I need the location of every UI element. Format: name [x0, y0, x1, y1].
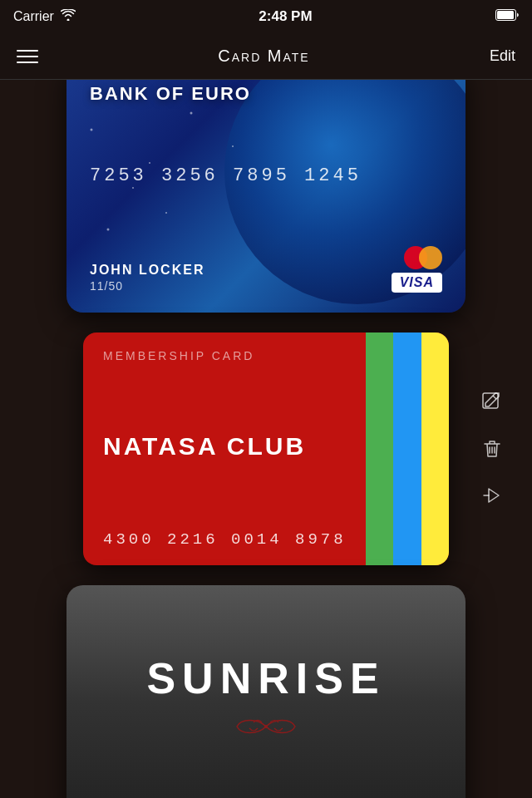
card-expiry: 11/50 — [90, 279, 204, 293]
bank-card[interactable]: BANK OF EURO 7253 3256 7895 1245 JOHN LO… — [66, 80, 466, 313]
membership-card-number: 4300 2216 0014 8978 — [103, 530, 429, 549]
bank-card-row: BANK OF EURO 7253 3256 7895 1245 JOHN LO… — [0, 80, 532, 313]
carrier-label: Carrier — [13, 9, 54, 24]
edit-card-button[interactable] — [477, 387, 507, 417]
sunrise-card[interactable]: SUNRISE — [66, 585, 466, 798]
membership-card-row: MEMBERSHIP CARD NATASA CLUB 4300 2216 00… — [0, 332, 532, 565]
nav-bar: Card Mate Edit — [0, 33, 532, 80]
mastercard-logo — [404, 246, 442, 269]
svg-point-7 — [132, 187, 134, 189]
membership-card-type: MEMBERSHIP CARD — [103, 349, 429, 362]
svg-point-6 — [232, 145, 234, 147]
delete-card-button[interactable] — [477, 434, 507, 464]
svg-point-5 — [190, 112, 193, 115]
svg-point-2 — [91, 129, 93, 131]
bank-name: BANK OF EURO — [90, 83, 442, 105]
svg-rect-1 — [497, 11, 514, 19]
svg-point-4 — [149, 162, 150, 164]
status-right — [495, 9, 519, 24]
menu-line-1 — [17, 50, 38, 52]
menu-line-3 — [17, 62, 38, 63]
mc-circle-right — [419, 246, 442, 269]
menu-button[interactable] — [17, 50, 38, 63]
edit-button[interactable]: Edit — [490, 47, 515, 65]
trash-icon — [480, 437, 504, 461]
membership-card[interactable]: MEMBERSHIP CARD NATASA CLUB 4300 2216 00… — [83, 332, 449, 565]
status-bar: Carrier 2:48 PM — [0, 0, 532, 33]
card-number: 7253 3256 7895 1245 — [90, 165, 442, 186]
card-bottom: JOHN LOCKER 11/50 VISA — [90, 246, 442, 293]
menu-line-2 — [17, 56, 38, 57]
cards-container: BANK OF EURO 7253 3256 7895 1245 JOHN LO… — [0, 80, 532, 798]
battery-icon — [495, 9, 519, 24]
wifi-icon — [61, 9, 76, 24]
sunrise-ornament — [233, 710, 299, 751]
svg-point-9 — [165, 212, 167, 214]
card-actions — [477, 387, 507, 510]
sunrise-card-row: SUNRISE — [0, 585, 532, 798]
visa-logo: VISA — [392, 273, 442, 293]
club-name: NATASA CLUB — [103, 432, 429, 461]
card-logos: VISA — [392, 246, 442, 293]
card-holder-info: JOHN LOCKER 11/50 — [90, 263, 204, 293]
visa-text: VISA — [400, 275, 434, 289]
svg-point-8 — [107, 229, 110, 231]
status-time: 2:48 PM — [259, 8, 312, 25]
holder-name: JOHN LOCKER — [90, 263, 204, 278]
app-title: Card Mate — [218, 47, 309, 66]
status-left: Carrier — [13, 9, 76, 24]
edit-icon — [480, 391, 504, 414]
sunrise-brand-name: SUNRISE — [146, 653, 385, 703]
share-card-button[interactable] — [477, 480, 507, 510]
svg-point-11 — [264, 725, 268, 728]
share-icon — [480, 484, 504, 507]
